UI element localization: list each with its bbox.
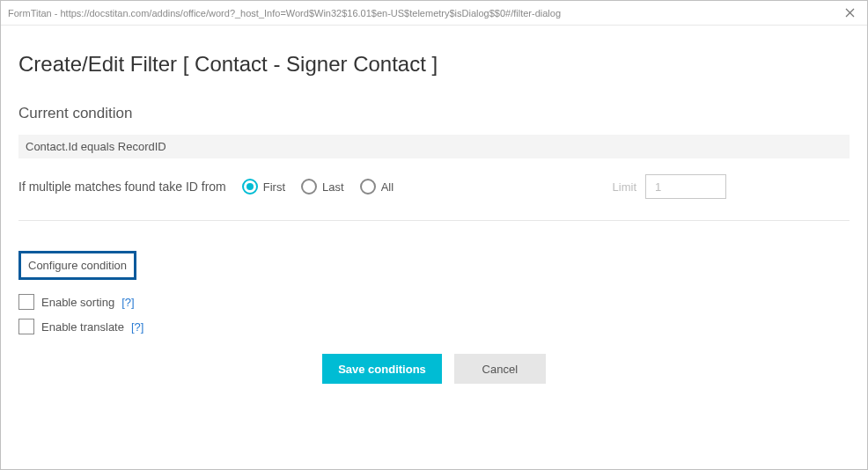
titlebar-text: FormTitan - https://docstitan.com/addins…	[8, 8, 839, 18]
enable-translate-help[interactable]: [?]	[131, 320, 143, 334]
enable-translate-label: Enable translate	[41, 320, 124, 334]
enable-sorting-checkbox[interactable]	[18, 294, 34, 310]
current-condition-heading: Current condition	[18, 105, 850, 122]
condition-expression: Contact.Id equals RecordID	[18, 135, 850, 158]
multi-match-label: If multiple matches found take ID from	[18, 180, 226, 194]
save-conditions-button[interactable]: Save conditions	[322, 354, 442, 384]
radio-first-label: First	[263, 180, 285, 194]
button-row: Save conditions Cancel	[18, 354, 850, 384]
limit-label: Limit	[613, 180, 636, 194]
page-title: Create/Edit Filter [ Contact - Signer Co…	[18, 52, 850, 77]
enable-translate-checkbox[interactable]	[18, 319, 34, 334]
dialog-window: FormTitan - https://docstitan.com/addins…	[0, 0, 868, 470]
radio-last-label: Last	[322, 180, 344, 194]
enable-sorting-help[interactable]: [?]	[121, 296, 134, 309]
cancel-button[interactable]: Cancel	[454, 354, 546, 384]
enable-translate-row: Enable translate [?]	[18, 319, 850, 334]
multi-match-radio-group: First Last All	[242, 179, 394, 195]
enable-sorting-label: Enable sorting	[41, 296, 114, 309]
radio-icon	[301, 179, 317, 195]
radio-icon	[242, 179, 258, 195]
dialog-body: Create/Edit Filter [ Contact - Signer Co…	[1, 26, 867, 469]
limit-input[interactable]	[645, 174, 726, 199]
radio-first[interactable]: First	[242, 179, 285, 195]
radio-icon	[360, 179, 376, 195]
radio-all-label: All	[381, 180, 394, 194]
multi-match-row: If multiple matches found take ID from F…	[18, 174, 850, 221]
radio-all[interactable]: All	[360, 179, 394, 195]
close-icon[interactable]	[839, 3, 860, 24]
radio-last[interactable]: Last	[301, 179, 344, 195]
limit-wrap: Limit	[613, 174, 726, 199]
configure-condition-button[interactable]: Configure condition	[18, 251, 136, 280]
titlebar: FormTitan - https://docstitan.com/addins…	[1, 1, 867, 26]
enable-sorting-row: Enable sorting [?]	[18, 294, 850, 310]
